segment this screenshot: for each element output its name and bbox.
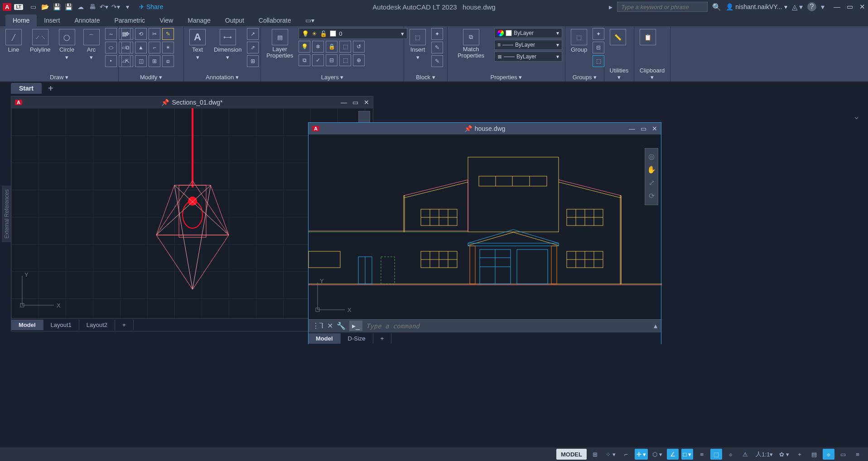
quickprops-icon[interactable]: +	[794, 449, 805, 460]
command-input[interactable]	[366, 322, 650, 330]
ungroup-icon[interactable]: ✦	[593, 28, 604, 40]
lineweight-dropdown[interactable]: ≡—— ByLayer▾	[494, 40, 562, 50]
tab-home[interactable]: Home	[5, 14, 37, 26]
properties-caption[interactable]: Properties ▾	[450, 73, 562, 81]
docwin-minimize-icon[interactable]: —	[629, 125, 635, 132]
ortho-icon[interactable]: ⌐	[620, 449, 632, 460]
pin-icon[interactable]: 📌	[464, 125, 472, 132]
point-icon[interactable]: •	[105, 55, 117, 67]
clipboard-button[interactable]: 📋	[637, 28, 659, 46]
array-icon[interactable]: ⊞	[149, 55, 160, 67]
layer-merge-icon[interactable]: ⊕	[353, 54, 365, 66]
model-tab[interactable]: Model	[11, 320, 43, 330]
lineweight-icon[interactable]: ≡	[696, 449, 708, 460]
close-icon[interactable]: ✕	[859, 3, 865, 11]
offset-icon[interactable]: ⧈	[162, 55, 174, 67]
cmd-history-icon[interactable]: ⋮⅂	[312, 322, 323, 330]
orbit-icon[interactable]: ⟳	[649, 192, 655, 200]
layer-current-icon[interactable]: ✓	[312, 54, 324, 66]
close-panel-icon[interactable]: ⌄	[853, 111, 860, 121]
cmd-expand-icon[interactable]: ▴	[654, 322, 657, 330]
customize-icon[interactable]: ≡	[852, 449, 863, 460]
search-icon[interactable]: 🔍	[712, 3, 721, 11]
layer-iso-icon[interactable]: ⬚	[339, 41, 351, 53]
color-dropdown[interactable]: ByLayer▾	[494, 28, 562, 38]
trim-icon[interactable]: ✂	[149, 28, 160, 40]
polar-icon[interactable]: ✛ ▾	[635, 449, 648, 460]
explode-icon[interactable]: ✴	[162, 42, 174, 53]
tab-manage[interactable]: Manage	[180, 14, 218, 26]
model-tab[interactable]: Model	[309, 333, 341, 344]
otrack-icon[interactable]: □ ▾	[681, 449, 693, 460]
pan-icon[interactable]: ✋	[647, 165, 656, 174]
dimension-button[interactable]: ⟷Dimension▾	[211, 28, 244, 62]
new-doc-icon[interactable]: +	[48, 83, 53, 94]
utilities-caption[interactable]: Utilities▾	[607, 66, 631, 81]
transparency-icon[interactable]: ⬚	[710, 449, 722, 460]
zoom-icon[interactable]: ⤢	[649, 178, 655, 187]
group-select-icon[interactable]: ⬚	[593, 55, 604, 67]
open-icon[interactable]: 📂	[41, 3, 49, 11]
workspace-switch-icon[interactable]: ✿ ▾	[777, 449, 791, 460]
tab-parametric[interactable]: Parametric	[107, 14, 152, 26]
utilities-button[interactable]: 📏	[607, 28, 629, 46]
leader-icon[interactable]: ↗	[247, 28, 259, 40]
insert-button[interactable]: ⬚Insert▾	[407, 28, 429, 62]
save-icon[interactable]: 💾	[53, 3, 61, 11]
layer-prev-icon[interactable]: ↺	[353, 41, 365, 53]
modelspace-button[interactable]: MODEL	[556, 449, 587, 460]
cmd-customize-icon[interactable]: 🔧	[337, 322, 346, 330]
share-button[interactable]: ✈ Share	[139, 3, 163, 10]
maximize-icon[interactable]: ▭	[847, 3, 853, 11]
circle-button[interactable]: ◯Circle▾	[56, 28, 78, 62]
layer-lock-icon[interactable]: 🔒	[326, 41, 338, 53]
linetype-dropdown[interactable]: ≣—— ByLayer▾	[494, 52, 562, 62]
docwin-sections-titlebar[interactable]: A 📌Sections_01.dwg* — ▭ ✕	[11, 96, 373, 108]
layer-match-icon[interactable]: ⧉	[299, 54, 310, 66]
docwin-close-icon[interactable]: ✕	[652, 125, 657, 132]
erase-icon[interactable]: ✎	[162, 28, 174, 40]
tab-collaborate[interactable]: Collaborate	[251, 14, 299, 26]
clipboard-caption[interactable]: Clipboard▾	[637, 66, 667, 81]
docwin-house-titlebar[interactable]: A 📌house.dwg — ▭ ✕	[309, 123, 661, 134]
hardware-accel-icon[interactable]: ⟐	[823, 449, 834, 460]
draw-caption[interactable]: Draw ▾	[3, 73, 116, 81]
layout2-tab[interactable]: Layout2	[79, 320, 115, 330]
layer-off-icon[interactable]: 💡	[299, 41, 310, 53]
cmd-close-icon[interactable]: ✕	[327, 322, 333, 330]
new-icon[interactable]: ▭	[29, 3, 38, 11]
mirror-icon[interactable]: ▲	[135, 42, 147, 53]
tab-output[interactable]: Output	[218, 14, 251, 26]
layout1-tab[interactable]: Layout1	[43, 320, 79, 330]
help-icon[interactable]: ?	[807, 2, 816, 11]
nav-bar[interactable]: ◎ ✋ ⤢ ⟳	[645, 148, 658, 205]
text-button[interactable]: AText▾	[187, 28, 208, 62]
multileader-icon[interactable]: ⇗	[247, 42, 259, 53]
group-edit-icon[interactable]: ⊟	[593, 42, 604, 53]
table-icon[interactable]: ⊞	[247, 55, 259, 67]
account-button[interactable]: 👤 nishant.naikVY...▾	[726, 3, 787, 10]
docwin-house-canvas[interactable]: X Y ◎ ✋ ⤢ ⟳	[309, 134, 661, 319]
redo-icon[interactable]: ↷▾	[112, 3, 120, 11]
annotation-caption[interactable]: Annotation ▾	[187, 73, 258, 81]
add-layout-icon[interactable]: +	[115, 320, 134, 330]
layer-dropdown[interactable]: 💡 ☀ 🔓 0 ▾	[299, 28, 407, 39]
add-layout-icon[interactable]: +	[373, 333, 392, 344]
layer-properties-button[interactable]: ▤Layer Properties	[264, 28, 296, 60]
saveas-icon[interactable]: 💾	[65, 3, 73, 11]
docwin-maximize-icon[interactable]: ▭	[352, 99, 358, 106]
isodraft-icon[interactable]: ⬡ ▾	[651, 449, 664, 460]
plot-icon[interactable]: 🖶	[88, 3, 96, 11]
layer-state-icon[interactable]: ⊟	[326, 54, 338, 66]
move-icon[interactable]: ✥	[121, 28, 133, 40]
layers-caption[interactable]: Layers ▾	[264, 73, 401, 81]
groups-caption[interactable]: Groups ▾	[568, 73, 601, 81]
undo-icon[interactable]: ↶▾	[100, 3, 108, 11]
tab-express[interactable]: ▭▾	[298, 14, 322, 26]
group-button[interactable]: ⬚Group	[568, 28, 590, 54]
search-input[interactable]	[617, 2, 708, 12]
docwin-minimize-icon[interactable]: —	[341, 99, 347, 106]
layer-walk-icon[interactable]: ⬚	[339, 54, 351, 66]
edit-block-icon[interactable]: ✎	[431, 42, 443, 53]
scale-icon[interactable]: ◫	[135, 55, 147, 67]
